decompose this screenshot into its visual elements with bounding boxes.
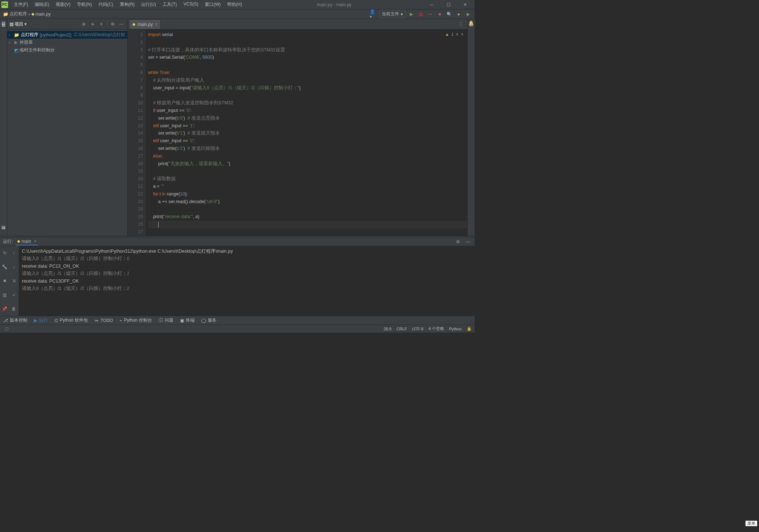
- sb-sidebar-toggle-icon[interactable]: ▢: [3, 325, 10, 333]
- run-hide-icon[interactable]: —: [464, 238, 472, 245]
- console-output[interactable]: C:\Users\l\AppData\Local\Programs\Python…: [19, 246, 475, 316]
- stop-icon[interactable]: ■: [436, 11, 443, 18]
- status-lineending[interactable]: CRLF: [397, 327, 407, 331]
- menu-code[interactable]: 代码(C): [96, 0, 116, 9]
- library-icon: ⫸: [14, 40, 18, 45]
- more-run-icon[interactable]: ⋯: [427, 11, 434, 18]
- minimize-button[interactable]: ─: [424, 0, 440, 9]
- inspection-widget[interactable]: ▲ 1 ∧ ∨: [445, 32, 464, 36]
- rail-folder-icon[interactable]: ▤: [1, 20, 5, 26]
- menu-vcs[interactable]: VCS(S): [180, 0, 201, 9]
- tree-root-mod: [pythonProject2]: [40, 32, 71, 38]
- next-highlight-icon[interactable]: ∨: [461, 32, 464, 36]
- run-icon[interactable]: ▶: [408, 11, 415, 18]
- breadcrumb: 📁点灯程序 › ◆main.py: [3, 11, 370, 17]
- trash-icon[interactable]: 🗑: [9, 302, 19, 316]
- expand-icon[interactable]: ≑: [89, 20, 96, 28]
- pin-icon[interactable]: 📌: [0, 302, 9, 316]
- warning-icon: ▲: [445, 32, 449, 36]
- python-icon: ◆: [17, 239, 20, 244]
- navbar: 📁点灯程序 › ◆main.py 👤▾ 当前文件 ▾ ▶ 🐞 ⋯ ■ 🔍 ● ▶: [0, 9, 475, 19]
- status-encoding[interactable]: UTF-8: [412, 327, 423, 331]
- menu-file[interactable]: 文件(F): [11, 0, 31, 9]
- python-icon: ◆: [132, 22, 135, 27]
- tree-root[interactable]: › 📁 点灯程序 [pythonProject2] C:\Users\l\Des…: [7, 31, 127, 39]
- package-icon: ⌬: [54, 318, 58, 323]
- menu-navigate[interactable]: 导航(N): [74, 0, 95, 9]
- editor[interactable]: 1234567891011121314151617181920212223242…: [128, 30, 467, 236]
- layout-icon[interactable]: ▤: [0, 288, 9, 302]
- bt-terminal[interactable]: ▣终端: [180, 317, 195, 323]
- problems-icon: ⓘ: [159, 317, 163, 323]
- tab-label: main.py: [137, 22, 153, 27]
- tree-scratch-label: 临时文件和控制台: [20, 47, 55, 53]
- up-icon[interactable]: ↑: [9, 246, 19, 260]
- bt-services[interactable]: ◯服务: [201, 317, 217, 323]
- runconfig-dropdown[interactable]: 当前文件 ▾: [379, 10, 405, 18]
- maximize-button[interactable]: ☐: [440, 0, 456, 9]
- wrench-icon[interactable]: 🔧: [0, 260, 9, 274]
- tree-extlib[interactable]: › ⫸ 外部库: [7, 39, 127, 46]
- debug-icon[interactable]: 🐞: [417, 11, 424, 18]
- execute-icon[interactable]: ▶: [464, 11, 472, 18]
- sidebar-header: ▤ 项目 ▾ ⊕ ≑ ≡ | ⚙ —: [7, 19, 127, 30]
- branch-icon: ⎇: [3, 318, 8, 323]
- ide-update-icon[interactable]: ●: [455, 11, 462, 18]
- sidebar-title[interactable]: ▤ 项目 ▾: [9, 21, 27, 27]
- run-toolwindow: 运行: ◆main× ⚙ — ↻ ↑ 🔧 ↓ ■ ⇲ ▤ ⤶ 📌 🗑 C:\Us…: [0, 237, 475, 316]
- chevron-right-icon[interactable]: ›: [9, 32, 12, 38]
- bell-icon[interactable]: 🔔: [468, 20, 474, 26]
- prev-highlight-icon[interactable]: ∧: [456, 32, 459, 36]
- collapse-icon[interactable]: ≡: [98, 20, 105, 28]
- run-tab-main[interactable]: ◆main×: [16, 238, 38, 245]
- run-title: 运行:: [3, 238, 13, 245]
- bt-packages[interactable]: ⌬Python 软件包: [54, 317, 88, 323]
- export-icon[interactable]: ⇲: [9, 274, 19, 288]
- tabs-more-icon[interactable]: ⋮: [457, 20, 464, 28]
- tree-scratch[interactable]: ◩ 临时文件和控制台: [7, 46, 127, 54]
- menu-edit[interactable]: 编辑(E): [32, 0, 52, 9]
- bt-pycon[interactable]: ⌁Python 控制台: [120, 317, 152, 323]
- sb-sep: |: [106, 20, 108, 28]
- account-icon[interactable]: 👤▾: [370, 11, 377, 18]
- bt-todo[interactable]: ≔TODO: [94, 318, 113, 323]
- rerun-icon[interactable]: ↻: [0, 246, 9, 260]
- tree-root-path: C:\Users\l\Desktop\点灯程: [74, 32, 125, 38]
- breadcrumb-file[interactable]: ◆main.py: [31, 12, 51, 17]
- bt-vcs[interactable]: ⎇版本控制: [3, 317, 27, 323]
- run-tab-close-icon[interactable]: ×: [34, 239, 36, 244]
- menu-help[interactable]: 帮助(H): [224, 0, 245, 9]
- status-indent[interactable]: 4 个空格: [429, 326, 444, 331]
- breadcrumb-sep: ›: [28, 12, 30, 17]
- bt-problems[interactable]: ⓘ问题: [159, 317, 174, 323]
- tab-close-icon[interactable]: ×: [155, 22, 157, 27]
- run-gear-icon[interactable]: ⚙: [454, 238, 462, 245]
- gear-icon[interactable]: ⚙: [109, 20, 116, 28]
- wrap-icon[interactable]: ⤶: [9, 288, 19, 302]
- statusbar: ▢ 26:9 CRLF UTF-8 4 个空格 Python 🔒: [0, 325, 475, 333]
- stop2-icon[interactable]: ■: [0, 274, 9, 288]
- status-lock-icon[interactable]: 🔒: [467, 326, 472, 331]
- bt-run[interactable]: ▶运行: [34, 317, 48, 323]
- play-icon: ▶: [34, 318, 37, 323]
- locate-icon[interactable]: ⊕: [80, 20, 87, 28]
- close-button[interactable]: ✕: [457, 0, 473, 9]
- menu-view[interactable]: 视图(V): [53, 0, 73, 9]
- tab-main-py[interactable]: ◆ main.py ×: [129, 19, 161, 29]
- menu-window[interactable]: 窗口(W): [202, 0, 223, 9]
- menu-refactor[interactable]: 重构(R): [117, 0, 138, 9]
- menu-run[interactable]: 运行(U): [138, 0, 159, 9]
- menu-tools[interactable]: 工具(T): [160, 0, 180, 9]
- breadcrumb-project[interactable]: 📁点灯程序: [3, 11, 27, 17]
- status-interpreter[interactable]: Python: [449, 327, 462, 331]
- chevron-right-icon[interactable]: ›: [9, 40, 12, 45]
- search-icon[interactable]: 🔍: [445, 11, 453, 18]
- down-icon[interactable]: ↓: [9, 260, 19, 274]
- status-position[interactable]: 26:9: [384, 327, 391, 331]
- pyconsole-icon: ⌁: [120, 318, 122, 323]
- code-content[interactable]: import serial# 打开串口连接，具体的串口名称和波特率取决于您的ST…: [146, 30, 467, 236]
- tree-extlib-label: 外部库: [20, 39, 33, 46]
- window-title: main.py - main.py: [245, 2, 424, 7]
- project-sidebar: ▤ 项目 ▾ ⊕ ≑ ≡ | ⚙ — › 📁 点灯程序 [pythonProje…: [7, 19, 128, 236]
- hide-icon[interactable]: —: [118, 20, 125, 28]
